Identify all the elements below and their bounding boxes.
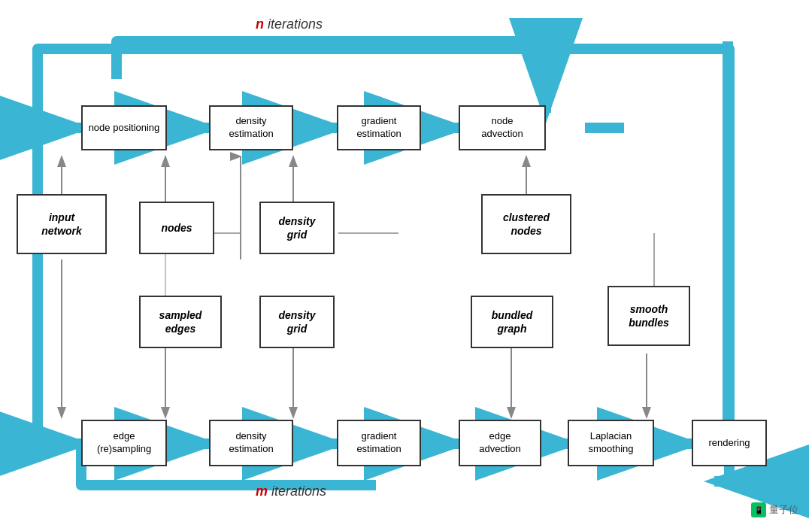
density-estimation-bot-box: densityestimation xyxy=(209,420,293,466)
input-network-box: inputnetwork xyxy=(17,194,107,254)
bundled-graph-box: bundledgraph xyxy=(471,296,553,348)
wechat-icon: 📱 xyxy=(751,502,766,517)
nodes-box: nodes xyxy=(139,202,214,254)
clustered-nodes-box: clusterednodes xyxy=(481,194,571,254)
smooth-bundles-box: smoothbundles xyxy=(607,286,690,346)
node-advection-box: nodeadvection xyxy=(459,105,546,150)
density-grid-mid-box: densitygrid xyxy=(259,296,335,348)
edge-advection-box: edgeadvection xyxy=(459,420,541,466)
density-estimation-top-box: densityestimation xyxy=(209,105,293,150)
diagram-container: n iterations m iterations node positioni… xyxy=(0,0,812,531)
m-iterations-label: m iterations xyxy=(256,484,326,499)
watermark: 📱 量子位 xyxy=(751,502,798,517)
sampled-edges-box: samplededges xyxy=(139,296,222,348)
density-grid-top-box: densitygrid xyxy=(259,202,335,254)
edge-resampling-box: edge(re)sampling xyxy=(81,420,167,466)
laplacian-smoothing-box: Laplaciansmoothing xyxy=(568,420,654,466)
gradient-estimation-top-box: gradientestimation xyxy=(337,105,421,150)
node-positioning-box: node positioning xyxy=(81,105,167,150)
rendering-box: rendering xyxy=(692,420,767,466)
n-iterations-label: n iterations xyxy=(256,17,323,32)
gradient-estimation-bot-box: gradientestimation xyxy=(337,420,421,466)
